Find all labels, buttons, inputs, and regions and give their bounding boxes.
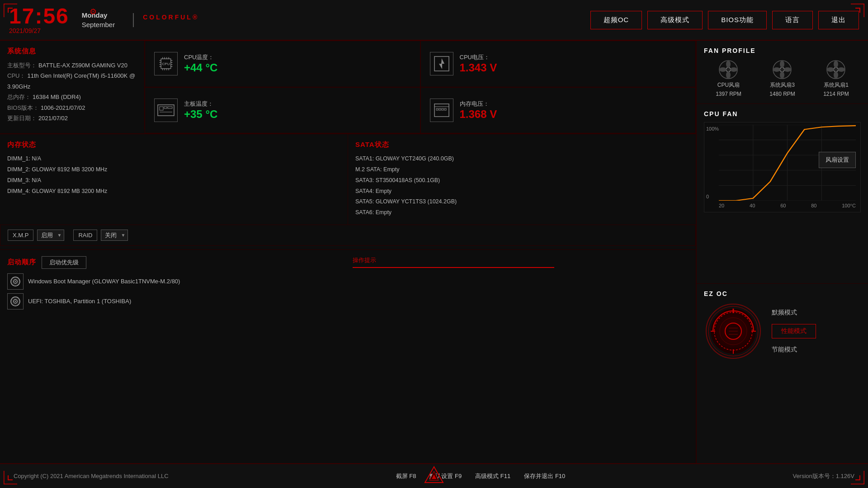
fan-name-cpu: CPU风扇 <box>717 81 740 89</box>
cpu-temp-card: CPU <box>145 41 420 87</box>
svg-point-53 <box>834 71 838 79</box>
boot-item-1-label: Windows Boot Manager (GLOWAY Basic1TNVMe… <box>28 278 180 285</box>
gear-icon: ⚙ <box>90 7 97 17</box>
chart-x-40: 40 <box>750 203 755 208</box>
oc-options: 默频模式 性能模式 节能模式 <box>772 309 816 354</box>
bios-ver-value: 1006-2021/07/02 <box>41 104 85 111</box>
language-button[interactable]: 语言 <box>772 11 813 29</box>
mem-volt-label: 内存电压： <box>460 100 497 108</box>
mb-temp-label: 主板温度： <box>184 100 217 108</box>
copyright: Copyright (C) 2021 American Megatrends I… <box>14 473 169 479</box>
oc-dial <box>704 302 763 361</box>
update-label: 更新日期： <box>7 115 37 122</box>
sata-status-title: SATA状态 <box>355 141 689 149</box>
cpu-fan-section: CPU FAN 100% 0 <box>697 104 868 284</box>
dimm1: DIMM_1: N/A <box>7 154 340 164</box>
chart-x-80: 80 <box>811 203 816 208</box>
corner-decoration-tl <box>4 4 31 31</box>
cpu-temp-label: CPU温度： <box>184 53 217 61</box>
key-f10[interactable]: 保存并退出 F10 <box>524 472 565 480</box>
mem-label: 总内存： <box>7 94 31 100</box>
header: 17:56 2021/09/27 Monday September ⚙ COLO… <box>0 0 868 41</box>
svg-point-51 <box>834 61 838 68</box>
cpu-temp-value: +44 °C <box>184 61 217 74</box>
fan-profile-section: FAN PROFILE CPU风扇 1397 RPM <box>697 41 868 104</box>
fan-profile-title: FAN PROFILE <box>704 47 861 54</box>
fan-name-sys1: 系统风扇1 <box>824 81 849 89</box>
boot-disk-icon-2 <box>7 293 24 310</box>
chart-x-100: 100°C <box>842 203 856 208</box>
right-panel: FAN PROFILE CPU风扇 1397 RPM <box>696 41 868 463</box>
dimm4: DIMM_4: GLOWAY 8192 MB 3200 MHz <box>7 186 340 197</box>
left-panel: 系统信息 主板型号：BATTLE-AX Z590M GAMING V20 CPU… <box>0 41 696 463</box>
sata3: SATA3: ST3500418AS (500.1GB) <box>355 175 689 186</box>
advanced-mode-button[interactable]: 高级模式 <box>647 11 703 29</box>
svg-point-40 <box>730 67 737 72</box>
mb-label: 主板型号： <box>7 62 37 69</box>
svg-point-45 <box>780 61 784 68</box>
xmp-select[interactable]: 启用 禁用 <box>37 230 64 241</box>
key-f11[interactable]: 高级模式 F11 <box>475 472 510 480</box>
boot-item-2: UEFI: TOSHIBA, Partition 1 (TOSHIBA) <box>7 293 344 310</box>
fan-settings-button[interactable]: 风扇设置 <box>819 152 856 168</box>
mb-value: BATTLE-AX Z590M GAMING V20 <box>38 62 127 69</box>
oc-option-eco[interactable]: 节能模式 <box>772 346 816 354</box>
cpu-volt-value: 1.343 V <box>460 61 497 74</box>
svg-rect-23 <box>168 107 172 108</box>
svg-rect-29 <box>442 108 443 110</box>
oc-option-default[interactable]: 默频模式 <box>772 309 816 317</box>
fan-rpm-sys3: 1480 RPM <box>769 91 795 97</box>
fan-item-sys3: 系统风扇3 1480 RPM <box>769 60 795 97</box>
mem-value: 16384 MB (DDR4) <box>33 94 81 100</box>
clock-day: Monday <box>82 10 115 20</box>
dimm3: DIMM_3: N/A <box>7 175 340 186</box>
boot-section-title: 启动顺序 <box>7 258 36 267</box>
nav-buttons: 超频OC 高级模式 BIOS功能 语言 退出 <box>590 11 859 29</box>
oc-button[interactable]: 超频OC <box>590 11 642 29</box>
xmp-label: X.M.P <box>8 230 33 241</box>
bottom-bar: Copyright (C) 2021 American Megatrends I… <box>0 463 868 488</box>
fan-item-cpu: CPU风扇 1397 RPM <box>716 60 741 97</box>
svg-point-50 <box>834 67 838 72</box>
svg-rect-21 <box>160 107 163 110</box>
oc-option-performance[interactable]: 性能模式 <box>772 324 816 338</box>
cpu-temp-icon: CPU <box>154 52 178 75</box>
svg-rect-22 <box>164 107 167 108</box>
boot-priority-button[interactable]: 启动优先级 <box>42 256 86 269</box>
fan-item-sys1: 系统风扇1 1214 RPM <box>823 60 849 97</box>
bios-button[interactable]: BIOS功能 <box>708 11 767 29</box>
clock-month: September <box>82 20 115 29</box>
mb-temp-icon <box>154 99 178 122</box>
cpu-label: CPU： <box>7 72 25 79</box>
svg-point-47 <box>780 71 784 79</box>
svg-point-38 <box>726 67 731 72</box>
mb-temp-value: +35 °C <box>184 108 217 121</box>
boot-item-1: Windows Boot Manager (GLOWAY Basic1TNVMe… <box>7 273 344 290</box>
sata1: SATA1: GLOWAY YCT240G (240.0GB) <box>355 154 689 164</box>
bios-ver-label: BIOS版本： <box>7 104 39 111</box>
bottom-keys: 截屏 F8 默认设置 F9 高级模式 F11 保存并退出 F10 <box>396 472 566 480</box>
triangle-logo <box>423 465 445 487</box>
svg-point-39 <box>726 61 731 68</box>
svg-rect-28 <box>439 108 441 110</box>
sata6: SATA6: Empty <box>355 207 689 218</box>
corner-decoration-bl <box>4 457 31 484</box>
corner-decoration-tr <box>837 4 864 31</box>
ez-oc-title: EZ OC <box>704 290 861 297</box>
sata4: SATA4: Empty <box>355 186 689 197</box>
key-f8[interactable]: 截屏 F8 <box>396 472 416 480</box>
mb-temp-card: 主板温度： +35 °C <box>145 87 420 134</box>
svg-point-52 <box>838 67 845 72</box>
sys-info-title: 系统信息 <box>7 47 137 56</box>
ops-hint-label: 操作提示 <box>353 256 689 264</box>
svg-rect-27 <box>436 108 438 110</box>
mem-volt-card: 内存电压： 1.368 V <box>420 87 696 134</box>
sata2: M.2 SATA: Empty <box>355 164 689 175</box>
chart-y-min: 0 <box>706 194 709 199</box>
raid-select[interactable]: 关闭 开启 <box>101 230 128 241</box>
svg-rect-30 <box>444 108 446 110</box>
dimm2: DIMM_2: GLOWAY 8192 MB 3200 MHz <box>7 164 340 175</box>
cpu-volt-card: CPU电压： 1.343 V <box>420 41 696 87</box>
svg-text:CPU: CPU <box>162 62 170 66</box>
xmp-group: X.M.P 启用 禁用 ▼ <box>8 230 64 241</box>
